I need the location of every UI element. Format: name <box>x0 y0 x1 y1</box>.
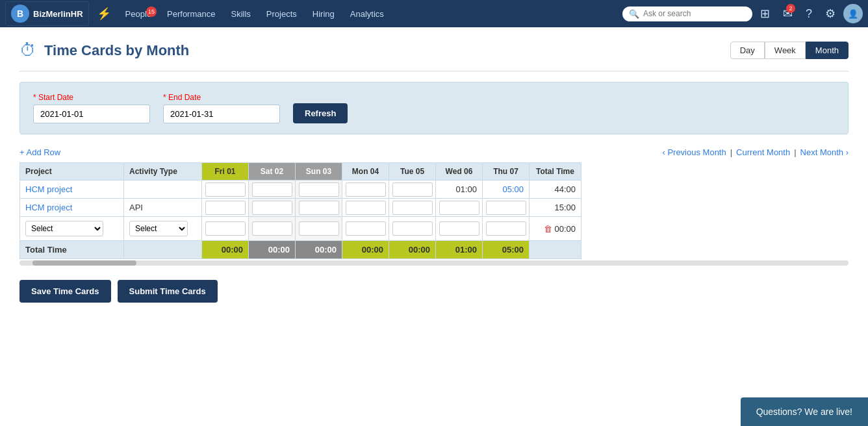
nav-item-people[interactable]: People 15 <box>119 5 158 23</box>
row3-sat02-input[interactable] <box>252 221 292 236</box>
table-controls: + Add Row ‹ Previous Month | Current Mon… <box>19 147 849 157</box>
chat-widget[interactable]: Questions? We are live! <box>741 397 868 426</box>
settings-icon[interactable]: ⚙ <box>820 4 841 23</box>
project-select[interactable]: Select <box>25 221 103 236</box>
start-date-field: * Start Date <box>33 93 150 123</box>
row2-wed06-input[interactable] <box>439 201 479 215</box>
total-activity <box>124 241 202 259</box>
time-table: Project Activity Type Fri 01 Sat 02 Sun … <box>19 162 849 259</box>
row2-mon04 <box>342 199 389 217</box>
timecards-icon: ⏱ <box>19 40 36 60</box>
row1-fri01-input[interactable] <box>205 182 246 197</box>
logo-text: BizMerlinHR <box>33 9 83 19</box>
header-activity: Activity Type <box>124 163 202 181</box>
row1-sun03-input[interactable] <box>299 182 339 197</box>
action-buttons: Save Time Cards Submit Time Cards <box>19 280 849 303</box>
total-tue05: 00:00 <box>389 241 436 259</box>
row1-sat02 <box>249 181 296 199</box>
nav-item-projects[interactable]: Projects <box>260 5 303 23</box>
header-mon04: Mon 04 <box>342 163 389 181</box>
row2-tue05-input[interactable] <box>392 201 433 215</box>
submit-button[interactable]: Submit Time Cards <box>118 280 218 303</box>
row1-tue05-input[interactable] <box>392 182 433 197</box>
header-tue05: Tue 05 <box>389 163 436 181</box>
row3-sun03-input[interactable] <box>299 221 339 236</box>
logo[interactable]: B BizMerlinHR <box>5 1 89 26</box>
next-month-link[interactable]: Next Month › <box>800 147 849 157</box>
page-title-area: ⏱ Time Cards by Month <box>19 40 189 60</box>
refresh-button[interactable]: Refresh <box>293 103 348 123</box>
row2-mon04-input[interactable] <box>346 201 386 215</box>
row2-fri01-input[interactable] <box>205 201 246 215</box>
lightning-icon[interactable]: ⚡ <box>97 6 111 21</box>
row2-thu07 <box>483 199 530 217</box>
row3-project: Select <box>20 217 124 241</box>
view-day-button[interactable]: Day <box>730 42 765 59</box>
row3-fri01-input[interactable] <box>205 221 246 236</box>
end-date-input[interactable] <box>163 105 280 123</box>
activity-select[interactable]: Select <box>129 221 188 236</box>
delete-icon[interactable]: 🗑 <box>544 224 552 234</box>
row2-fri01 <box>202 199 249 217</box>
row1-mon04-input[interactable] <box>346 182 386 197</box>
row3-activity: Select <box>124 217 202 241</box>
row3-sun03 <box>296 217 342 241</box>
row3-mon04-input[interactable] <box>346 221 386 236</box>
nav-item-performance[interactable]: Performance <box>160 5 222 23</box>
save-button[interactable]: Save Time Cards <box>19 280 111 303</box>
row2-sun03 <box>296 199 342 217</box>
search-input[interactable] <box>643 9 734 18</box>
scrollbar-track <box>19 260 849 266</box>
total-sun03: 00:00 <box>296 241 342 259</box>
layers-icon[interactable]: ⊞ <box>755 4 775 23</box>
row1-project: HCM project <box>20 181 124 199</box>
total-row: Total Time 00:00 00:00 00:00 00:00 00:00… <box>20 241 581 259</box>
row3-thu07-input[interactable] <box>486 221 526 236</box>
row2-thu07-input[interactable] <box>486 201 526 215</box>
header-total: Total Time <box>530 163 581 181</box>
total-mon04: 00:00 <box>342 241 389 259</box>
nav-item-hiring[interactable]: Hiring <box>306 5 341 23</box>
search-box[interactable]: 🔍 <box>622 6 752 21</box>
total-total <box>530 241 581 259</box>
nav-item-skills[interactable]: Skills <box>224 5 257 23</box>
current-month-link[interactable]: Current Month <box>736 147 790 157</box>
row2-project: HCM project <box>20 199 124 217</box>
avatar[interactable]: 👤 <box>843 4 863 23</box>
search-icon: 🔍 <box>629 9 639 19</box>
logo-icon: B <box>11 5 29 23</box>
people-badge: 15 <box>146 6 157 17</box>
row2-total: 15:00 <box>530 199 581 217</box>
view-week-button[interactable]: Week <box>765 42 806 59</box>
start-date-label: * Start Date <box>33 93 150 102</box>
row1-sat02-input[interactable] <box>252 182 292 197</box>
row3-total: 🗑 00:00 <box>530 217 581 241</box>
row2-sun03-input[interactable] <box>299 201 339 215</box>
scrollbar-area[interactable] <box>19 260 849 267</box>
header-fri01: Fri 01 <box>202 163 249 181</box>
row2-sat02-input[interactable] <box>252 201 292 215</box>
add-row-button[interactable]: + Add Row <box>19 147 60 157</box>
scrollbar-thumb[interactable] <box>32 260 136 266</box>
row3-tue05-input[interactable] <box>392 221 433 236</box>
start-date-input[interactable] <box>33 105 150 123</box>
view-month-button[interactable]: Month <box>806 42 849 59</box>
table-header-row: Project Activity Type Fri 01 Sat 02 Sun … <box>20 163 581 181</box>
header-wed06: Wed 06 <box>436 163 483 181</box>
header-thu07: Thu 07 <box>483 163 530 181</box>
row3-wed06-input[interactable] <box>439 221 479 236</box>
row2-wed06 <box>436 199 483 217</box>
total-label: Total Time <box>20 241 124 259</box>
row3-tue05 <box>389 217 436 241</box>
total-fri01: 00:00 <box>202 241 249 259</box>
prev-month-link[interactable]: ‹ Previous Month <box>662 147 726 157</box>
row1-thu07: 05:00 <box>483 181 530 199</box>
header-sun03: Sun 03 <box>296 163 342 181</box>
header-sat02: Sat 02 <box>249 163 296 181</box>
end-date-label: * End Date <box>163 93 280 102</box>
row1-wed06: 01:00 <box>436 181 483 199</box>
help-icon[interactable]: ? <box>800 5 817 23</box>
messages-icon[interactable]: ✉ 2 <box>778 4 798 23</box>
page-header: ⏱ Time Cards by Month Day Week Month <box>19 40 849 60</box>
nav-item-analytics[interactable]: Analytics <box>344 5 390 23</box>
